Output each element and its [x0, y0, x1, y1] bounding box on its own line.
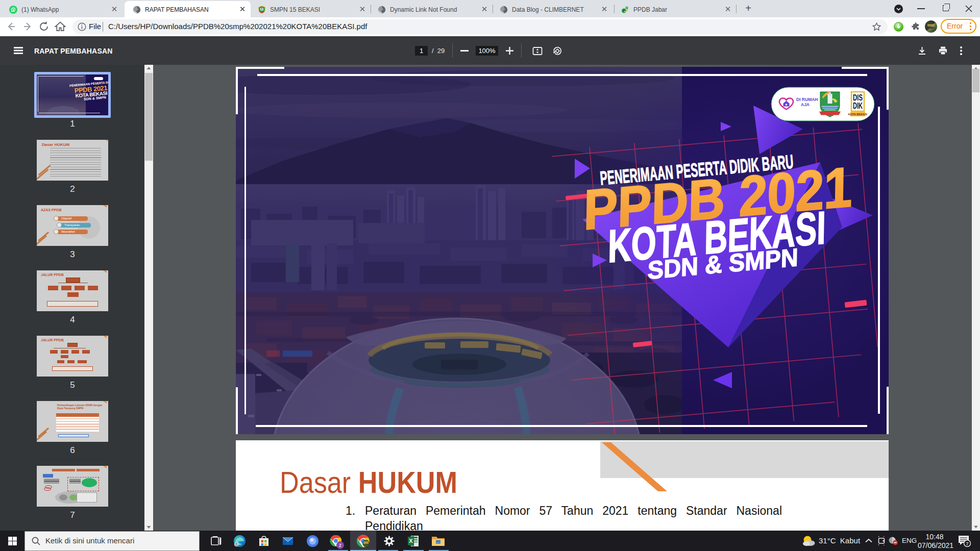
svg-text:KOTA BEKASI: KOTA BEKASI [848, 113, 868, 116]
svg-text:DI RUMAH: DI RUMAH [796, 97, 818, 102]
svg-text:z: z [339, 542, 341, 548]
svg-text:AJA: AJA [801, 102, 810, 107]
svg-text:DIK: DIK [853, 102, 863, 110]
svg-text:X: X [409, 538, 413, 544]
svg-text:7: 7 [966, 541, 968, 546]
svg-text:DIS: DIS [853, 93, 863, 102]
svg-text:1: 1 [12, 8, 14, 13]
